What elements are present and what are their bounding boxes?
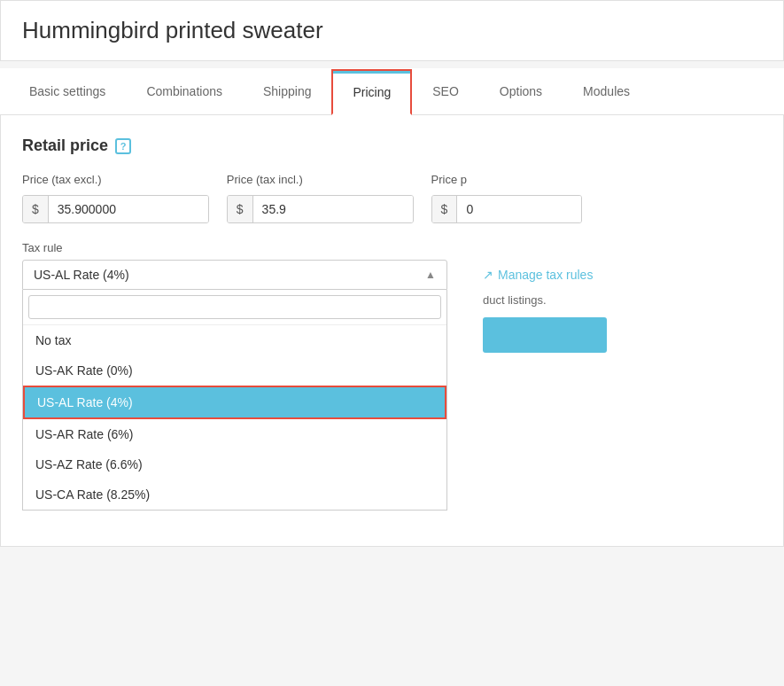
option-no-tax[interactable]: No tax <box>23 325 446 355</box>
tax-rule-selected: US-AL Rate (4%) <box>34 268 129 282</box>
price-incl-label: Price (tax incl.) <box>227 173 414 186</box>
tab-shipping[interactable]: Shipping <box>243 69 332 115</box>
retail-price-title: Retail price <box>22 136 108 155</box>
tab-combinations[interactable]: Combinations <box>126 69 243 115</box>
tab-seo[interactable]: SEO <box>412 69 479 115</box>
price-per-label: Price p <box>431 173 583 186</box>
price-excl-input[interactable] <box>49 196 208 222</box>
tab-options[interactable]: Options <box>479 69 563 115</box>
price-excl-currency: $ <box>23 196 49 222</box>
price-fields: Price (tax excl.) $ Price (tax incl.) $ … <box>22 173 762 223</box>
manage-tax-rules-link[interactable]: ↗ Manage tax rules <box>483 268 607 282</box>
dropdown-arrow-icon: ▲ <box>425 269 436 281</box>
option-us-ar[interactable]: US-AR Rate (6%) <box>23 419 446 449</box>
tab-modules[interactable]: Modules <box>563 69 650 115</box>
page-header: Hummingbird printed sweater Basic settin… <box>0 0 784 115</box>
tab-pricing[interactable]: Pricing <box>331 69 412 115</box>
dropdown-search-wrapper <box>23 290 446 325</box>
price-excl-input-wrapper: $ <box>22 195 209 223</box>
price-per-input-wrapper: $ <box>431 195 583 223</box>
price-excl-label: Price (tax excl.) <box>22 173 209 186</box>
price-incl-input[interactable] <box>253 196 413 222</box>
option-us-al[interactable]: US-AL Rate (4%) <box>23 386 446 419</box>
tax-rule-section: Tax rule US-AL Rate (4%) ▲ No tax <box>22 241 447 511</box>
tax-rule-dropdown-list: No tax US-AK Rate (0%) US-AL Rate (4%) U… <box>22 290 447 511</box>
price-per-group: Price p $ <box>431 173 583 223</box>
external-link-icon: ↗ <box>483 268 493 282</box>
product-listings-text: duct listings. <box>483 292 607 307</box>
option-us-az[interactable]: US-AZ Rate (6.6%) <box>23 449 446 479</box>
price-per-currency: $ <box>432 196 458 222</box>
option-us-ak[interactable]: US-AK Rate (0%) <box>23 355 446 386</box>
price-per-input[interactable] <box>457 196 581 222</box>
price-excl-group: Price (tax excl.) $ <box>22 173 209 223</box>
tax-rule-dropdown-header[interactable]: US-AL Rate (4%) ▲ <box>22 260 447 290</box>
tab-basic-settings[interactable]: Basic settings <box>9 69 126 115</box>
page-title: Hummingbird printed sweater <box>22 17 762 44</box>
retail-price-section: Retail price ? <box>22 136 762 155</box>
tabs-bar: Basic settings Combinations Shipping Pri… <box>0 68 784 115</box>
pricing-tab-indicator <box>333 71 410 74</box>
price-incl-currency: $ <box>228 196 253 222</box>
price-incl-group: Price (tax incl.) $ <box>227 173 414 223</box>
action-button[interactable] <box>483 317 607 353</box>
price-incl-input-wrapper: $ <box>227 195 414 223</box>
retail-price-help-icon[interactable]: ? <box>115 138 131 154</box>
tax-rule-label: Tax rule <box>22 241 447 254</box>
dropdown-options: No tax US-AK Rate (0%) US-AL Rate (4%) U… <box>23 325 446 510</box>
content-area: Retail price ? Price (tax excl.) $ Price… <box>0 115 784 547</box>
dropdown-search-input[interactable] <box>28 295 441 319</box>
option-us-ca[interactable]: US-CA Rate (8.25%) <box>23 479 446 510</box>
tax-rule-row: Tax rule US-AL Rate (4%) ▲ No tax <box>22 241 762 525</box>
tax-rule-dropdown: US-AL Rate (4%) ▲ No tax US-AK Rate (0%) <box>22 260 447 511</box>
right-column: ↗ Manage tax rules duct listings. <box>483 241 607 353</box>
